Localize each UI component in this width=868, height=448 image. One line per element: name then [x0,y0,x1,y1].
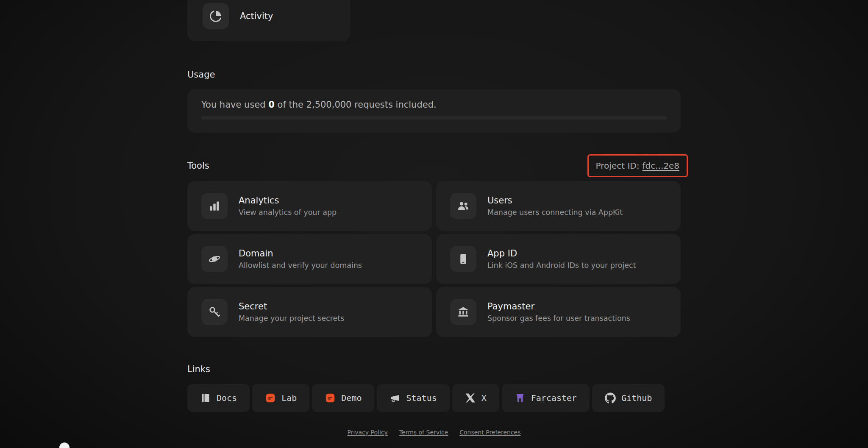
farcaster-icon [515,392,526,403]
link-button-x[interactable]: X [452,384,499,412]
link-button-label: Docs [217,393,237,403]
footer-link-terms-of-service[interactable]: Terms of Service [399,429,448,436]
tool-title: Users [487,195,623,206]
tool-card-users[interactable]: Users Manage users connecting via AppKit [436,181,681,231]
book-icon [200,392,211,403]
link-button-farcaster[interactable]: Farcaster [502,384,590,412]
x-logo-icon [465,392,476,403]
footer-link-privacy-policy[interactable]: Privacy Policy [347,429,387,436]
tool-title: Paymaster [487,301,630,312]
tool-title: Secret [239,301,344,312]
content-container: Activity Usage You have used 0 of the 2,… [187,0,681,436]
tool-description: Link iOS and Android IDs to your project [487,261,636,270]
link-button-demo[interactable]: Demo [312,384,374,412]
link-button-github[interactable]: Github [592,384,665,412]
usage-text: You have used 0 of the 2,500,000 request… [201,100,667,110]
tool-title: Domain [239,248,362,259]
github-icon [605,392,616,403]
link-button-docs[interactable]: Docs [187,384,250,412]
tool-card-paymaster[interactable]: Paymaster Sponsor gas fees for user tran… [436,287,681,337]
tool-card-app-id[interactable]: App ID Link iOS and Android IDs to your … [436,234,681,284]
tool-title: Analytics [239,195,337,206]
demo-logo-icon [325,392,336,403]
lab-logo-icon [265,392,276,403]
project-id-value[interactable]: fdc...2e8 [642,161,679,171]
tool-description: Manage users connecting via AppKit [487,208,623,217]
tool-card-analytics[interactable]: Analytics View analytics of your app [187,181,432,231]
tool-title: App ID [487,248,636,259]
chat-launcher[interactable] [59,442,70,448]
usage-text-suffix: of the 2,500,000 requests included. [275,100,437,110]
usage-used-value: 0 [268,100,275,110]
tools-header: Tools Project ID: fdc...2e8 [187,154,681,177]
link-button-label: Status [406,393,437,403]
usage-text-prefix: You have used [201,100,268,110]
link-button-label: Lab [281,393,297,403]
users-icon [450,193,476,219]
activity-label: Activity [240,11,273,21]
project-id-label: Project ID: [596,161,640,171]
usage-progress-bar [201,116,667,120]
link-button-status[interactable]: Status [377,384,449,412]
link-button-label: Farcaster [531,393,577,403]
bar-chart-icon [201,193,228,219]
usage-card: You have used 0 of the 2,500,000 request… [187,89,681,133]
tool-description: Manage your project secrets [239,314,344,323]
project-id-annotation-highlight: Project ID: fdc...2e8 [587,154,688,177]
activity-card[interactable]: Activity [187,0,350,41]
link-button-label: Demo [341,393,362,403]
pie-chart-icon [203,3,229,29]
planet-icon [201,246,228,272]
tool-card-domain[interactable]: Domain Allowlist and verify your domains [187,234,432,284]
tools-grid: Analytics View analytics of your app Use… [187,181,681,337]
tool-description: Sponsor gas fees for user transactions [487,314,630,323]
mobile-icon [450,246,476,272]
links-row: Docs Lab Demo Status [187,384,681,412]
tool-description: Allowlist and verify your domains [239,261,362,270]
links-heading: Links [187,364,681,375]
dashboard-page: Activity Usage You have used 0 of the 2,… [0,0,868,448]
tool-card-secret[interactable]: Secret Manage your project secrets [187,287,432,337]
link-button-label: X [481,393,487,403]
link-button-lab[interactable]: Lab [252,384,309,412]
tool-description: View analytics of your app [239,208,337,217]
footer: Privacy Policy Terms of Service Consent … [187,429,681,436]
footer-link-consent-preferences[interactable]: Consent Preferences [459,429,520,436]
tools-heading: Tools [187,160,209,171]
usage-heading: Usage [187,69,681,80]
megaphone-icon [389,392,401,403]
bank-icon [450,299,476,325]
key-icon [201,299,228,325]
link-button-label: Github [621,393,652,403]
